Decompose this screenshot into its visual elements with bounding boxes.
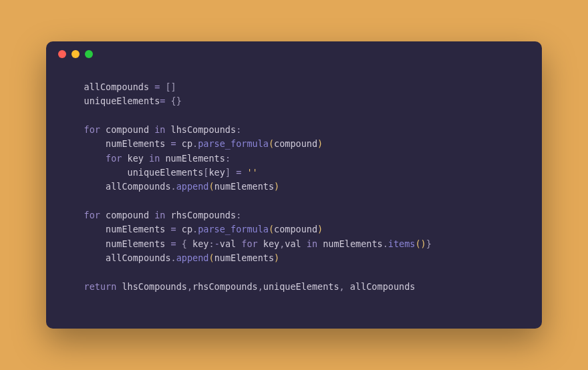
code-token: return: [84, 281, 117, 292]
code-token: rhsCompounds: [165, 210, 236, 220]
code-token: =: [165, 138, 181, 149]
code-token: ,: [187, 281, 192, 292]
code-token: numElements: [317, 238, 383, 249]
code-token: :: [236, 124, 241, 135]
code-token: allCompounds: [106, 252, 171, 263]
code-token: in: [149, 153, 160, 164]
maximize-icon[interactable]: [85, 50, 93, 58]
code-token: uniqueElements: [263, 281, 339, 292]
code-token: in: [307, 238, 317, 249]
code-token: uniqueElements: [128, 167, 204, 178]
minimize-icon[interactable]: [71, 50, 80, 58]
code-token: (: [209, 181, 214, 192]
code-token: =: [149, 81, 165, 92]
code-token: parse_formula: [198, 138, 269, 149]
code-token: key: [258, 238, 280, 249]
code-token: '': [247, 167, 257, 178]
code-token: ): [317, 138, 323, 149]
code-window: allCompounds = [] uniqueElements= {} for…: [46, 41, 542, 329]
code-token: :: [208, 238, 214, 249]
code-token: allCompounds: [106, 181, 171, 192]
code-token: numElements: [214, 181, 274, 192]
code-token: (: [269, 138, 274, 149]
code-token: ): [274, 181, 279, 192]
code-token: in: [154, 124, 165, 135]
code-token: ): [317, 224, 323, 234]
code-token: numElements: [160, 153, 225, 164]
code-token: compound: [100, 210, 154, 220]
code-token: append: [176, 181, 209, 192]
code-token: :: [225, 153, 231, 164]
code-token: .: [383, 238, 388, 249]
code-token: (: [209, 252, 214, 263]
code-token: (: [269, 224, 274, 234]
code-token: val: [285, 238, 307, 249]
code-token: -: [214, 238, 220, 249]
code-token: .: [192, 138, 198, 149]
code-content: allCompounds = [] uniqueElements= {} for…: [46, 67, 542, 310]
code-token: =: [165, 224, 181, 234]
code-token: numElements: [106, 138, 165, 149]
code-token: cp: [182, 224, 192, 234]
window-titlebar: [46, 41, 542, 67]
code-token: lhsCompounds: [165, 124, 236, 135]
code-token: key: [192, 238, 208, 249]
code-token: ]: [225, 167, 231, 178]
code-token: ,: [258, 281, 263, 292]
code-token: ,: [339, 281, 345, 292]
code-token: ): [274, 252, 279, 263]
code-token: key: [122, 153, 149, 164]
code-token: allCompounds: [345, 281, 416, 292]
code-token: .: [171, 181, 176, 192]
code-token: rhsCompounds: [192, 281, 258, 292]
code-token: []: [165, 81, 176, 92]
code-token: parse_formula: [198, 224, 269, 234]
code-token: lhsCompounds: [116, 281, 187, 292]
code-token: .: [171, 252, 176, 263]
code-token: compound: [274, 138, 317, 149]
code-token: val: [220, 238, 242, 249]
close-icon[interactable]: [58, 50, 66, 58]
code-token: =: [160, 96, 170, 106]
code-token: cp: [182, 138, 192, 149]
code-token: append: [176, 252, 209, 263]
code-token: (): [415, 238, 426, 249]
code-token: =: [231, 167, 247, 178]
code-token: allCompounds: [84, 81, 150, 92]
code-token: :: [236, 210, 241, 220]
code-token: }: [426, 238, 432, 249]
code-token: for: [84, 210, 100, 220]
code-token: uniqueElements: [84, 96, 160, 106]
code-token: {: [182, 238, 192, 249]
code-token: items: [388, 238, 416, 249]
code-token: compound: [274, 224, 317, 234]
code-token: numElements: [214, 252, 274, 263]
code-token: .: [192, 224, 198, 234]
code-token: for: [106, 153, 122, 164]
code-token: for: [84, 124, 100, 135]
code-token: {}: [171, 96, 182, 106]
code-token: numElements: [106, 238, 165, 249]
code-token: compound: [100, 124, 154, 135]
code-token: in: [154, 210, 165, 220]
code-token: key: [208, 167, 225, 178]
code-token: for: [241, 238, 257, 249]
code-token: numElements: [106, 224, 165, 234]
code-token: =: [165, 238, 181, 249]
